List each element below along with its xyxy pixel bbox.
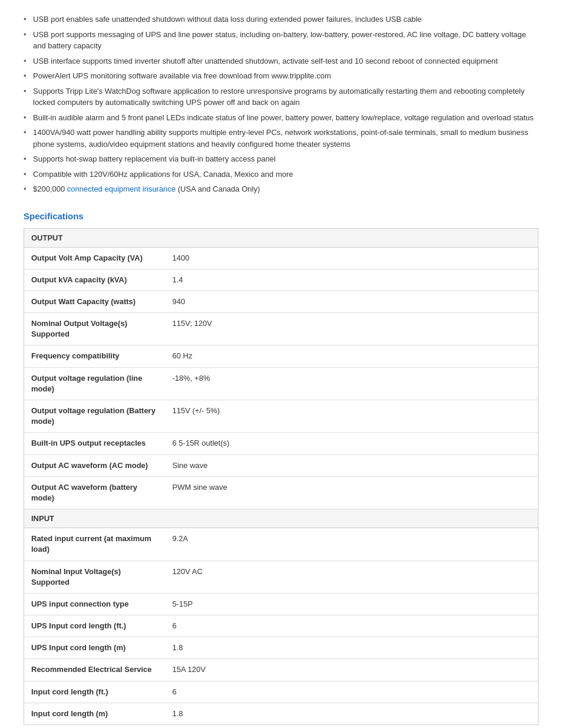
- table-row: Output AC waveform (battery mode)PWM sin…: [24, 476, 538, 509]
- table-row: Recommended Electrical Service15A 120V: [24, 659, 538, 681]
- table-row: Output Watt Capacity (watts)940: [24, 291, 538, 312]
- table-row: Input cord length (ft.)6: [24, 681, 538, 703]
- table-row: Rated input current (at maximum load)9.2…: [24, 528, 538, 561]
- feature-bullet-b6: Built-in audible alarm and 5 front panel…: [24, 110, 538, 126]
- spec-value-r4: 115V; 120V: [166, 313, 538, 345]
- feature-bullet-b9: Compatible with 120V/60Hz applications f…: [24, 167, 538, 182]
- spec-value-r10: PWM sine wave: [166, 476, 538, 509]
- spec-value-r16: 15A 120V: [166, 659, 538, 681]
- section-header-input-section: INPUT: [24, 509, 538, 528]
- specifications-section: Specifications OUTPUTOutput Volt Amp Cap…: [24, 211, 538, 726]
- table-row: Output AC waveform (AC mode)Sine wave: [24, 454, 538, 476]
- spec-value-r14: 6: [166, 615, 538, 637]
- spec-value-r17: 6: [166, 681, 538, 703]
- feature-bullet-b10: $200,000 connected equipment insurance (…: [24, 182, 538, 197]
- spec-value-r18: 1.8: [166, 703, 538, 724]
- spec-value-r6: -18%, +8%: [166, 367, 538, 400]
- table-row: UPS input connection type5-15P: [24, 593, 538, 615]
- spec-label-r8: Built-in UPS output receptacles: [24, 433, 166, 454]
- table-row: Built-in UPS output receptacles6 5-15R o…: [24, 433, 538, 454]
- section-header-output-section: OUTPUT: [24, 228, 538, 247]
- feature-bullet-b2: USB port supports messaging of UPS and l…: [24, 27, 538, 54]
- spec-value-r5: 60 Hz: [166, 345, 538, 367]
- spec-label-r6: Output voltage regulation (line mode): [24, 367, 166, 400]
- spec-value-r1: 1400: [166, 247, 538, 269]
- feature-bullet-b1: USB port enables safe unattended shutdow…: [24, 12, 538, 27]
- spec-label-r7: Output voltage regulation (Battery mode): [24, 400, 166, 433]
- spec-label-r18: Input cord length (m): [24, 703, 166, 724]
- spec-label-r12: Nominal Input Voltage(s) Supported: [24, 561, 166, 593]
- feature-list: USB port enables safe unattended shutdow…: [24, 12, 538, 197]
- spec-value-r2: 1.4: [166, 269, 538, 291]
- spec-label-r1: Output Volt Amp Capacity (VA): [24, 247, 166, 269]
- table-row: Nominal Input Voltage(s) Supported120V A…: [24, 561, 538, 593]
- spec-label-r16: Recommended Electrical Service: [24, 659, 166, 681]
- table-row: UPS Input cord length (m)1.8: [24, 637, 538, 659]
- spec-value-r12: 120V AC: [166, 561, 538, 593]
- table-row: Frequency compatibility60 Hz: [24, 345, 538, 367]
- spec-label-r10: Output AC waveform (battery mode): [24, 476, 166, 509]
- spec-value-r7: 115V (+/- 5%): [166, 400, 538, 433]
- feature-bullet-b4: PowerAlert UPS monitoring software avail…: [24, 68, 538, 84]
- spec-value-r15: 1.8: [166, 637, 538, 659]
- table-row: Output voltage regulation (Battery mode)…: [24, 400, 538, 433]
- feature-bullet-b3: USB interface supports timed inverter sh…: [24, 54, 538, 69]
- spec-value-r8: 6 5-15R outlet(s): [166, 433, 538, 454]
- spec-label-r13: UPS input connection type: [24, 593, 166, 615]
- table-row: Input cord length (m)1.8: [24, 703, 538, 724]
- feature-bullet-b7: 1400VA/940 watt power handling ability s…: [24, 125, 538, 151]
- connected-equipment-link[interactable]: connected equipment insurance: [67, 185, 176, 193]
- spec-label-r2: Output kVA capacity (kVA): [24, 269, 166, 291]
- spec-label-r17: Input cord length (ft.): [24, 681, 166, 703]
- feature-bullet-b8: Supports hot-swap battery replacement vi…: [24, 151, 538, 167]
- table-row: Output voltage regulation (line mode)-18…: [24, 367, 538, 400]
- spec-table: OUTPUTOutput Volt Amp Capacity (VA)1400O…: [24, 228, 538, 726]
- table-row: Output kVA capacity (kVA)1.4: [24, 269, 538, 291]
- feature-bullet-b5: Supports Tripp Lite's WatchDog software …: [24, 84, 538, 110]
- spec-value-r11: 9.2A: [166, 528, 538, 561]
- spec-value-r13: 5-15P: [166, 593, 538, 615]
- spec-label-r15: UPS Input cord length (m): [24, 637, 166, 659]
- table-row: Output Volt Amp Capacity (VA)1400: [24, 247, 538, 269]
- spec-label-r11: Rated input current (at maximum load): [24, 528, 166, 561]
- spec-label-r4: Nominal Output Voltage(s) Supported: [24, 313, 166, 345]
- spec-label-r5: Frequency compatibility: [24, 345, 166, 367]
- spec-value-r9: Sine wave: [166, 454, 538, 476]
- table-row: Nominal Output Voltage(s) Supported115V;…: [24, 313, 538, 345]
- spec-label-r9: Output AC waveform (AC mode): [24, 454, 166, 476]
- spec-label-r3: Output Watt Capacity (watts): [24, 291, 166, 312]
- table-row: UPS Input cord length (ft.)6: [24, 615, 538, 637]
- spec-label-r14: UPS Input cord length (ft.): [24, 615, 166, 637]
- specifications-title: Specifications: [24, 211, 538, 221]
- spec-value-r3: 940: [166, 291, 538, 312]
